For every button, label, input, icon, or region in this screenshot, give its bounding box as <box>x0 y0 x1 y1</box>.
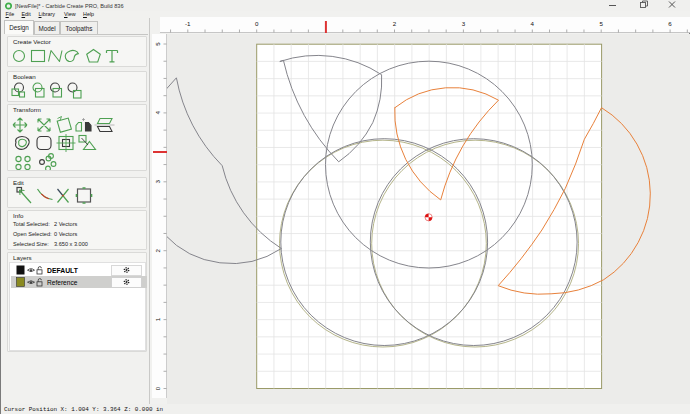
svg-text:-1: -1 <box>185 20 191 27</box>
svg-text:DEFAULT: DEFAULT <box>47 267 79 274</box>
svg-text:2: 2 <box>154 248 161 252</box>
svg-text:6: 6 <box>668 20 672 27</box>
svg-text:3: 3 <box>462 20 466 27</box>
svg-text:5: 5 <box>154 42 161 46</box>
svg-text:2: 2 <box>393 20 397 27</box>
svg-text:3: 3 <box>154 180 161 184</box>
svg-text:4: 4 <box>154 111 161 115</box>
svg-text:Reference: Reference <box>47 279 78 286</box>
svg-text:0: 0 <box>154 386 161 390</box>
svg-text:5: 5 <box>599 20 603 27</box>
svg-text:1: 1 <box>154 317 161 321</box>
svg-text:0: 0 <box>255 20 259 27</box>
svg-text:4: 4 <box>531 20 535 27</box>
